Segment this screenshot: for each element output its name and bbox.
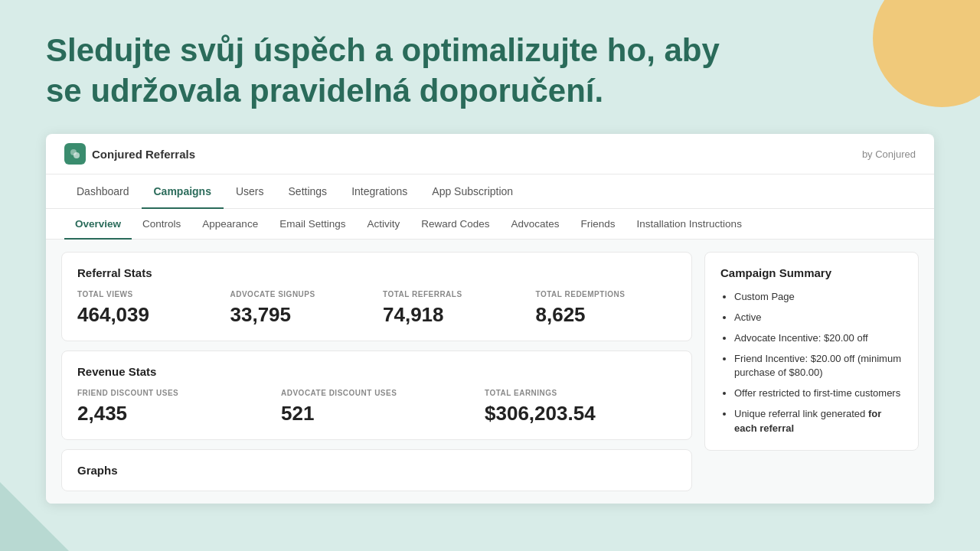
summary-item-first-time: Offer restricted to first-time customers [734,386,903,401]
content-area: Referral Stats TOTAL VIEWS 464,039 ADVOC… [46,240,934,504]
app-logo-icon [64,143,86,165]
nav-overview[interactable]: Overview [64,209,132,239]
stat-total-referrals-value: 74,918 [383,303,524,327]
stats-column: Referral Stats TOTAL VIEWS 464,039 ADVOC… [61,252,692,491]
summary-item-active: Active [734,311,903,325]
nav-installation-instructions[interactable]: Installation Instructions [626,209,753,239]
svg-point-1 [74,152,80,158]
stat-advocate-signups: ADVOCATE SIGNUPS 33,795 [230,290,371,327]
summary-item-advocate-incentive: Advocate Incentive: $20.00 off [734,331,903,346]
stat-total-views: TOTAL VIEWS 464,039 [77,290,218,327]
summary-item-friend-incentive: Friend Incentive: $20.00 off (minimum pu… [734,352,903,381]
summary-item-custom-page: Custom Page [734,290,903,305]
app-window: Conjured Referrals by Conjured Dashboard… [46,134,934,504]
stat-advocate-discount-label: ADVOCATE DISCOUNT USES [281,389,472,397]
secondary-nav: Overview Controls Appearance Email Setti… [46,209,934,240]
stat-total-redemptions-value: 8,625 [536,303,677,327]
stat-total-referrals-label: TOTAL REFERRALS [383,290,524,298]
nav-campaigns[interactable]: Campaigns [142,174,224,208]
graphs-card: Graphs [61,449,692,491]
nav-users[interactable]: Users [224,174,276,208]
stat-total-earnings-value: $306,203.54 [485,402,676,425]
nav-integrations[interactable]: Integrations [339,174,420,208]
nav-advocates[interactable]: Advocates [501,209,570,239]
stat-friend-discount-value: 2,435 [77,402,269,425]
stat-advocate-discount-uses: ADVOCATE DISCOUNT USES 521 [281,389,472,425]
stat-advocate-discount-value: 521 [281,402,472,425]
summary-item-unique-link: Unique referral link generated for each … [734,407,903,436]
nav-appearance[interactable]: Appearance [191,209,269,239]
campaign-summary-title: Campaign Summary [720,266,903,279]
stat-friend-discount-uses: FRIEND DISCOUNT USES 2,435 [77,389,269,425]
app-header: Conjured Referrals by Conjured [46,134,934,174]
referral-stats-grid: TOTAL VIEWS 464,039 ADVOCATE SIGNUPS 33,… [77,290,676,327]
app-logo-text: Conjured Referrals [92,148,195,161]
nav-email-settings[interactable]: Email Settings [269,209,356,239]
nav-friends[interactable]: Friends [570,209,626,239]
nav-dashboard[interactable]: Dashboard [64,174,142,208]
nav-settings[interactable]: Settings [276,174,340,208]
nav-app-subscription[interactable]: App Subscription [420,174,525,208]
stat-total-referrals: TOTAL REFERRALS 74,918 [383,290,524,327]
campaign-summary-card: Campaign Summary Custom Page Active Advo… [704,252,919,451]
nav-activity[interactable]: Activity [356,209,410,239]
stat-total-redemptions: TOTAL REDEMPTIONS 8,625 [536,290,677,327]
stat-advocate-signups-label: ADVOCATE SIGNUPS [230,290,371,298]
nav-reward-codes[interactable]: Reward Codes [410,209,500,239]
referral-stats-title: Referral Stats [77,266,676,279]
primary-nav: Dashboard Campaigns Users Settings Integ… [46,174,934,209]
revenue-stats-card: Revenue Stats FRIEND DISCOUNT USES 2,435… [61,350,692,440]
revenue-stats-title: Revenue Stats [77,365,676,378]
stat-friend-discount-label: FRIEND DISCOUNT USES [77,389,269,397]
stat-total-earnings-label: TOTAL EARNINGS [485,389,676,397]
stat-advocate-signups-value: 33,795 [230,303,371,327]
campaign-summary-list: Custom Page Active Advocate Incentive: $… [720,290,903,436]
stat-total-views-value: 464,039 [77,303,218,327]
app-logo: Conjured Referrals [64,143,195,165]
revenue-stats-grid: FRIEND DISCOUNT USES 2,435 ADVOCATE DISC… [77,389,676,425]
nav-controls[interactable]: Controls [132,209,191,239]
stat-total-views-label: TOTAL VIEWS [77,290,218,298]
page-headline: Sledujte svůj úspěch a optimalizujte ho,… [46,31,735,111]
stat-total-earnings: TOTAL EARNINGS $306,203.54 [485,389,676,425]
app-by-label: by Conjured [862,148,916,160]
stat-total-redemptions-label: TOTAL REDEMPTIONS [536,290,677,298]
graphs-title: Graphs [77,464,676,477]
referral-stats-card: Referral Stats TOTAL VIEWS 464,039 ADVOC… [61,252,692,341]
